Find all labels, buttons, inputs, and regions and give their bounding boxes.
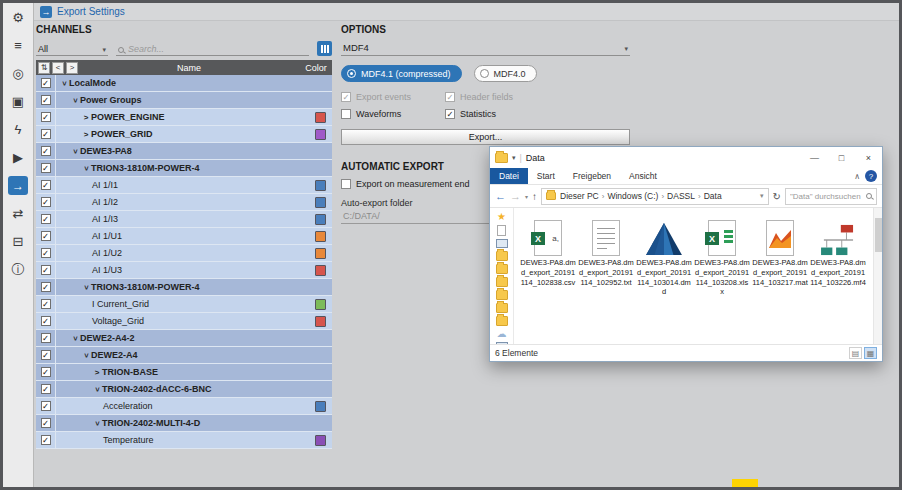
expand-arrow-icon[interactable]: > (81, 113, 91, 122)
channel-color-cell[interactable] (308, 432, 332, 448)
folder-icon[interactable] (496, 264, 508, 274)
folder-icon[interactable] (496, 316, 508, 326)
channel-row[interactable]: ✓>Power Groups (36, 92, 332, 109)
explorer-titlebar[interactable]: ▾ | Data — □ × (490, 147, 882, 168)
channel-checkbox[interactable]: ✓ (36, 347, 56, 363)
channel-row[interactable]: ✓>TRION3-1810M-POWER-4 (36, 279, 332, 296)
file-item[interactable]: DEWE3-PA8.dmd_export_20191114_103217.mat (752, 216, 808, 297)
file-item[interactable]: DEWE3-PA8.dmd_export_20191114_102952.txt (578, 216, 634, 297)
channel-color-cell[interactable] (308, 296, 332, 312)
color-swatch[interactable] (315, 197, 326, 208)
folder-icon[interactable] (496, 251, 508, 261)
channel-checkbox[interactable]: ✓ (36, 143, 56, 159)
vehicle-icon[interactable]: ⊟ (8, 232, 28, 251)
ribbon-tab-ansicht[interactable]: Ansicht (620, 168, 666, 184)
dial-icon[interactable]: ◎ (8, 64, 28, 83)
channel-row[interactable]: ✓AI 1/I3 (36, 211, 332, 228)
refresh-button[interactable]: ↻ (773, 191, 781, 202)
channel-color-cell[interactable] (308, 330, 332, 346)
channel-row[interactable]: ✓AI 1/U3 (36, 262, 332, 279)
radio-mdf41-compressed[interactable]: MDF4.1 (compressed) (341, 65, 462, 82)
sort-button[interactable]: ⇅ (38, 62, 50, 74)
column-settings-button[interactable] (317, 41, 332, 56)
channel-list-icon[interactable]: ≡ (8, 36, 28, 55)
color-swatch[interactable] (315, 231, 326, 242)
radio-mdf40[interactable]: MDF4.0 (474, 65, 537, 82)
document-icon[interactable] (497, 225, 506, 236)
channel-filter-dropdown[interactable]: All ▾ (36, 44, 108, 56)
channel-row[interactable]: ✓>TRION-2402-dACC-6-BNC (36, 381, 332, 398)
channel-row[interactable]: ✓Temperature (36, 432, 332, 449)
trigger-icon[interactable]: ϟ (8, 120, 28, 139)
collapse-arrow-icon[interactable]: > (71, 146, 80, 156)
channel-row[interactable]: ✓>DEWE3-PA8 (36, 143, 332, 160)
close-button[interactable]: × (855, 147, 882, 168)
prev-page-button[interactable]: < (52, 62, 64, 74)
channel-checkbox[interactable]: ✓ (36, 228, 56, 244)
collapse-arrow-icon[interactable]: > (82, 163, 91, 173)
collapse-arrow-icon[interactable]: > (82, 282, 91, 292)
channel-row[interactable]: ✓>TRION3-1810M-POWER-4 (36, 160, 332, 177)
channel-row[interactable]: ✓>TRION-BASE (36, 364, 332, 381)
channel-color-cell[interactable] (308, 211, 332, 227)
folder-icon[interactable] (496, 303, 508, 313)
quick-access-star-icon[interactable]: ★ (497, 212, 506, 222)
breadcrumb-segment[interactable]: Data (704, 191, 722, 201)
color-swatch[interactable] (315, 265, 326, 276)
back-button[interactable]: ← (495, 190, 506, 202)
channel-checkbox[interactable]: ✓ (36, 313, 56, 329)
file-item[interactable]: DEWE3-PA8.dmd_export_20191114_103226.mf4 (810, 216, 866, 297)
folder-icon[interactable] (496, 290, 508, 300)
onedrive-cloud-icon[interactable]: ☁ (497, 329, 507, 339)
channel-checkbox[interactable]: ✓ (36, 296, 56, 312)
channel-color-cell[interactable] (308, 245, 332, 261)
channel-row[interactable]: ✓>DEWE2-A4-2 (36, 330, 332, 347)
channel-row[interactable]: ✓>LocalMode (36, 75, 332, 92)
channel-row[interactable]: ✓AI 1/U2 (36, 245, 332, 262)
ribbon-collapse-icon[interactable]: ∧ (854, 172, 860, 181)
export-icon[interactable]: → (8, 176, 28, 195)
collapse-arrow-icon[interactable]: > (71, 95, 80, 105)
channel-checkbox[interactable]: ✓ (36, 126, 56, 142)
color-swatch[interactable] (315, 401, 326, 412)
details-view-button[interactable]: ▤ (849, 347, 862, 359)
channel-color-cell[interactable] (308, 109, 332, 125)
channel-checkbox[interactable]: ✓ (36, 415, 56, 431)
channel-checkbox[interactable]: ✓ (36, 211, 56, 227)
channel-color-cell[interactable] (308, 347, 332, 363)
color-swatch[interactable] (315, 316, 326, 327)
breadcrumb-segment[interactable]: Dieser PC (560, 191, 599, 201)
channel-checkbox[interactable]: ✓ (36, 92, 56, 108)
collapse-arrow-icon[interactable]: > (93, 384, 102, 394)
channel-color-cell[interactable] (308, 228, 332, 244)
explorer-search-input[interactable]: "Data" durchsuchen (785, 188, 877, 205)
breadcrumb-segment[interactable]: Windows (C:) (607, 191, 658, 201)
channel-color-cell[interactable] (308, 126, 332, 142)
channel-color-cell[interactable] (308, 381, 332, 397)
channel-row[interactable]: ✓>TRION-2402-MULTI-4-D (36, 415, 332, 432)
ribbon-tab-datei[interactable]: Datei (490, 168, 528, 184)
export-button[interactable]: Export... (341, 129, 630, 145)
channel-color-cell[interactable] (308, 398, 332, 414)
scrollbar-thumb[interactable] (875, 218, 882, 252)
color-swatch[interactable] (315, 180, 326, 191)
channel-color-cell[interactable] (308, 313, 332, 329)
maximize-button[interactable]: □ (828, 147, 855, 168)
channel-row[interactable]: ✓Voltage_Grid (36, 313, 332, 330)
color-swatch[interactable] (315, 299, 326, 310)
next-page-button[interactable]: > (66, 62, 78, 74)
collapse-arrow-icon[interactable]: > (93, 418, 102, 428)
channel-row[interactable]: ✓I Current_Grid (36, 296, 332, 313)
channel-row[interactable]: ✓AI 1/I2 (36, 194, 332, 211)
ribbon-tab-start[interactable]: Start (528, 168, 564, 184)
channel-row[interactable]: ✓>DEWE2-A4 (36, 347, 332, 364)
channel-color-cell[interactable] (308, 177, 332, 193)
channel-checkbox[interactable]: ✓ (36, 432, 56, 448)
channel-checkbox[interactable]: ✓ (36, 75, 56, 91)
channel-row[interactable]: ✓AI 1/I1 (36, 177, 332, 194)
file-item[interactable]: XDEWE3-PA8.dmd_export_20191114_103208.xl… (694, 216, 750, 297)
expand-arrow-icon[interactable]: > (92, 368, 102, 377)
option-checkbox-statistics[interactable]: ✓Statistics (445, 109, 630, 119)
channel-color-cell[interactable] (308, 364, 332, 380)
collapse-arrow-icon[interactable]: > (82, 350, 91, 360)
